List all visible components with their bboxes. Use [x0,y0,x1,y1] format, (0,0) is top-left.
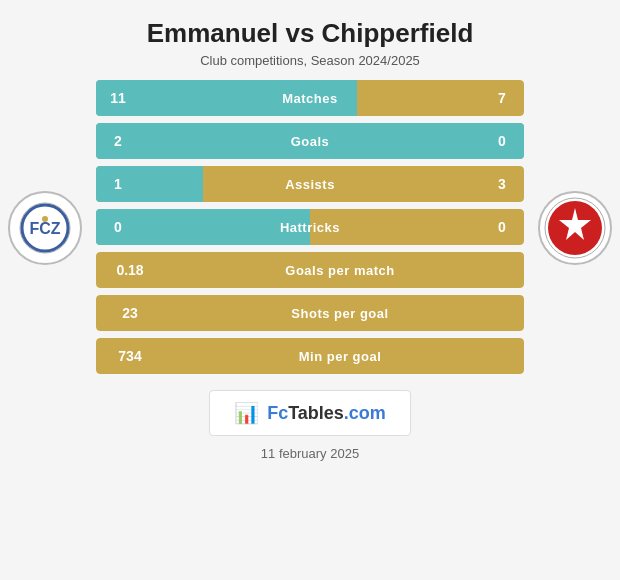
team-badge-left: FCZ [0,191,90,265]
stat-left-value-3: 0 [96,219,140,235]
stat-row-6: 734Min per goal [96,338,524,374]
stat-row-5: 23Shots per goal [96,295,524,331]
stat-left-value-2: 1 [96,176,140,192]
stat-single-value-5: 23 [96,305,156,321]
stat-row-4: 0.18Goals per match [96,252,524,288]
team-badge-right [530,191,620,265]
stat-single-value-4: 0.18 [96,262,156,278]
stat-right-value-3: 0 [480,219,524,235]
footer-date: 11 february 2025 [261,446,359,461]
fctables-banner: 📊 FcTables.com [209,390,411,436]
subtitle: Club competitions, Season 2024/2025 [200,53,420,68]
stats-area: 11Matches72Goals01Assists30Hattricks00.1… [90,80,530,376]
fctables-label: FcTables.com [267,403,386,424]
stat-right-value-1: 0 [480,133,524,149]
stat-label-3: Hattricks [140,220,480,235]
stat-label-2: Assists [140,177,480,192]
stat-left-value-1: 2 [96,133,140,149]
svg-point-2 [42,216,48,222]
stat-single-label-6: Min per goal [156,349,524,364]
stat-row-2: 1Assists3 [96,166,524,202]
fctables-chart-icon: 📊 [234,401,259,425]
stat-single-label-5: Shots per goal [156,306,524,321]
stat-label-0: Matches [140,91,480,106]
page-title: Emmanuel vs Chipperfield [147,18,474,49]
stat-single-value-6: 734 [96,348,156,364]
stat-right-value-0: 7 [480,90,524,106]
stat-label-1: Goals [140,134,480,149]
stat-right-value-2: 3 [480,176,524,192]
stat-row-3: 0Hattricks0 [96,209,524,245]
stat-row-1: 2Goals0 [96,123,524,159]
stat-single-label-4: Goals per match [156,263,524,278]
svg-text:FCZ: FCZ [29,220,60,237]
stat-row-0: 11Matches7 [96,80,524,116]
stat-left-value-0: 11 [96,90,140,106]
